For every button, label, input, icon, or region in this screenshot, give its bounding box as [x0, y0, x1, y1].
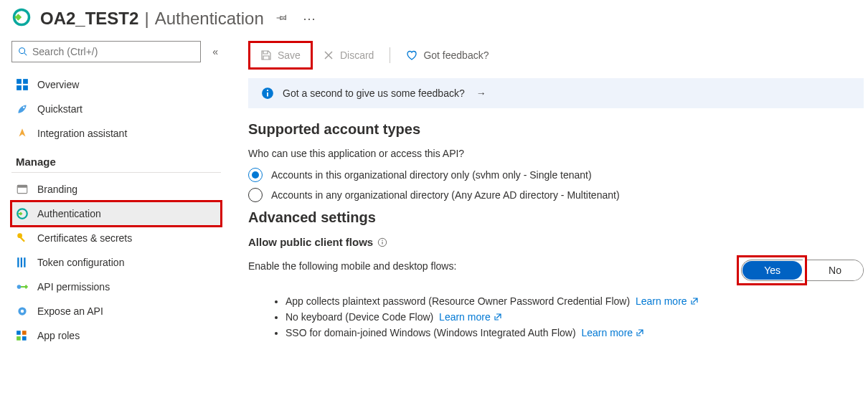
flow-text: App collects plaintext password (Resourc…: [286, 295, 630, 307]
svg-point-7: [23, 106, 25, 108]
sidebar-item-label: Overview: [37, 79, 79, 90]
radio-option-single-tenant[interactable]: Accounts in this organizational director…: [248, 168, 864, 182]
rocket-icon: [16, 127, 29, 140]
heart-icon: [406, 49, 418, 61]
svg-rect-5: [16, 85, 22, 90]
external-link-icon: [690, 297, 699, 305]
expose-api-icon: [16, 305, 29, 318]
svg-point-11: [17, 233, 22, 238]
page-header: OA2_TEST2 | Authentication ⋯: [0, 0, 868, 41]
toolbar-divider: [390, 47, 390, 63]
sidebar-section-manage: Manage: [11, 146, 221, 173]
sidebar-item-app-roles[interactable]: App roles: [11, 323, 221, 348]
got-feedback-button[interactable]: Got feedback?: [399, 45, 496, 65]
account-types-question: Who can use this application or access t…: [248, 148, 864, 159]
discard-button[interactable]: Discard: [316, 45, 381, 65]
svg-rect-27: [382, 242, 383, 245]
svg-rect-19: [16, 331, 21, 335]
toggle-highlight-box: Yes: [737, 255, 807, 285]
sidebar-item-label: Authentication: [37, 208, 101, 219]
toggle-no-button[interactable]: No: [807, 260, 863, 280]
sidebar-item-authentication[interactable]: Authentication: [11, 201, 221, 226]
sidebar-item-label: Token configuration: [37, 257, 124, 268]
radio-icon: [248, 188, 263, 202]
sidebar-item-label: App roles: [37, 330, 80, 341]
sidebar-item-label: Expose an API: [37, 305, 103, 317]
arrow-right-icon: →: [476, 87, 486, 99]
main-content: Save Discard Got feedback? Got a second …: [230, 41, 868, 357]
search-container[interactable]: [11, 41, 201, 62]
svg-rect-6: [23, 85, 28, 90]
title-separator: |: [144, 9, 148, 29]
flow-text: SSO for domain-joined Windows (Windows I…: [286, 327, 576, 338]
svg-rect-22: [22, 336, 27, 341]
svg-rect-4: [23, 79, 28, 84]
info-icon: [261, 87, 274, 100]
sidebar-item-api-permissions[interactable]: API permissions: [11, 275, 221, 299]
radio-label: Accounts in any organizational directory…: [271, 189, 620, 201]
sidebar-item-branding[interactable]: Branding: [11, 177, 221, 201]
learn-more-link[interactable]: Learn more: [582, 327, 645, 338]
sidebar-item-overview[interactable]: Overview: [11, 72, 221, 97]
public-client-flows-toggle-no: No: [807, 260, 864, 281]
feedback-label: Got feedback?: [423, 49, 489, 61]
svg-rect-21: [16, 336, 21, 341]
save-label: Save: [278, 49, 301, 61]
svg-rect-13: [17, 257, 19, 267]
svg-point-18: [21, 310, 24, 313]
advanced-settings-heading: Advanced settings: [248, 209, 864, 226]
sidebar-item-quickstart[interactable]: Quickstart: [11, 97, 221, 121]
sidebar-item-label: Branding: [37, 184, 77, 195]
learn-more-link[interactable]: Learn more: [439, 311, 502, 323]
sidebar-item-label: Certificates & secrets: [37, 232, 132, 244]
authentication-icon: [16, 207, 29, 220]
page-title: OA2_TEST2 | Authentication: [40, 9, 264, 29]
svg-line-2: [24, 53, 27, 56]
quickstart-icon: [16, 103, 29, 115]
key-icon: [16, 232, 29, 245]
feedback-banner[interactable]: Got a second to give us some feedback? →: [248, 78, 864, 108]
flow-text: No keyboard (Device Code Flow): [286, 311, 433, 323]
svg-point-25: [267, 90, 268, 91]
pin-button[interactable]: [273, 8, 291, 29]
feedback-banner-text: Got a second to give us some feedback?: [283, 87, 465, 99]
branding-icon: [16, 183, 29, 196]
toolbar: Save Discard Got feedback?: [248, 41, 864, 70]
save-highlight-box: Save: [248, 41, 313, 70]
radio-option-multitenant[interactable]: Accounts in any organizational directory…: [248, 188, 864, 202]
sidebar-item-integration-assistant[interactable]: Integration assistant: [11, 121, 221, 146]
sidebar-item-token-configuration[interactable]: Token configuration: [11, 250, 221, 275]
close-icon: [323, 49, 334, 61]
save-icon: [260, 49, 272, 61]
public-client-flows-toggle: Yes: [741, 260, 803, 281]
svg-point-28: [382, 239, 382, 240]
chevron-double-left-icon: «: [212, 46, 218, 57]
toggle-yes-button[interactable]: Yes: [742, 261, 802, 280]
save-button[interactable]: Save: [253, 45, 308, 65]
learn-more-link[interactable]: Learn more: [636, 295, 699, 307]
api-permissions-icon: [16, 280, 29, 293]
search-input[interactable]: [32, 46, 194, 57]
radio-icon: [248, 168, 263, 182]
supported-account-types-heading: Supported account types: [248, 121, 864, 138]
radio-label: Accounts in this organizational director…: [271, 169, 592, 181]
sidebar-item-expose-api[interactable]: Expose an API: [11, 299, 221, 323]
page-name: Authentication: [155, 9, 264, 29]
external-link-icon: [636, 328, 644, 337]
sidebar-item-certificates-secrets[interactable]: Certificates & secrets: [11, 226, 221, 250]
allow-public-client-flows-heading: Allow public client flows: [248, 236, 864, 248]
list-item: SSO for domain-joined Windows (Windows I…: [286, 327, 864, 338]
pin-icon: [275, 11, 288, 24]
more-button[interactable]: ⋯: [300, 9, 320, 28]
svg-rect-15: [24, 257, 25, 267]
token-icon: [16, 256, 29, 269]
info-outline-icon[interactable]: [377, 237, 387, 247]
svg-rect-12: [20, 237, 25, 242]
sidebar: « Overview Quickstart Integration assist…: [0, 41, 230, 357]
svg-point-1: [19, 48, 25, 54]
discard-label: Discard: [340, 49, 374, 61]
ellipsis-icon: ⋯: [303, 11, 317, 26]
collapse-sidebar-button[interactable]: «: [209, 43, 221, 60]
svg-rect-9: [17, 185, 27, 187]
svg-rect-20: [22, 331, 27, 335]
